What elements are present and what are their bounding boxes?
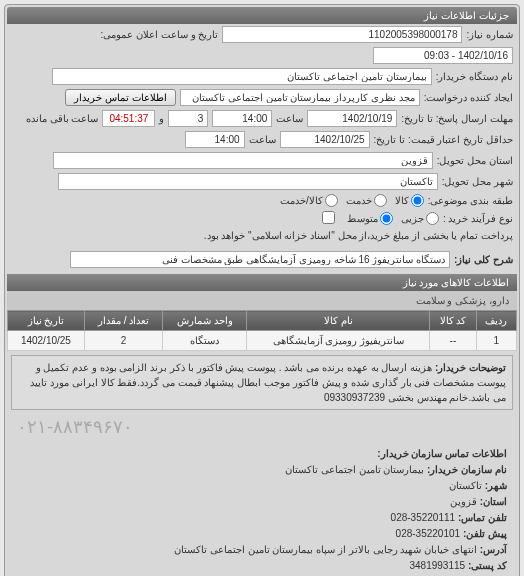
countdown-timer: 04:51:37 (102, 110, 155, 127)
row-category: طبقه بندی موضوعی: کالا خدمت کالا/خدمت (7, 192, 517, 209)
deadline-date-field[interactable] (307, 110, 397, 127)
row-validity: حداقل تاریخ اعتبار قیمت: تا تاریخ: ساعت (7, 129, 517, 150)
validity-date-field[interactable] (280, 131, 370, 148)
days-remaining-field (168, 110, 208, 127)
org-label: نام سازمان خریدار: (427, 464, 507, 475)
th-unit: واحد شمارش (163, 311, 247, 331)
contact-buyer-button[interactable]: اطلاعات تماس خریدار (65, 89, 176, 106)
row-process: نوع فرآیند خرید : جزیی متوسط پرداخت تمام… (7, 209, 517, 243)
contact-end-value: انتهای خیابان شهید رجایی بالاتر از سپاه … (174, 544, 477, 555)
radio-medium-input[interactable] (380, 212, 393, 225)
cell-row: 1 (476, 331, 516, 351)
category-label: طبقه بندی موضوعی: (428, 195, 513, 206)
contact-end-label: آدرس: (480, 544, 507, 555)
process-radio-group: جزیی متوسط (347, 212, 439, 225)
creator-label: ایجاد کننده درخواست: (424, 92, 513, 103)
row-creator: ایجاد کننده درخواست: اطلاعات تماس خریدار (7, 87, 517, 108)
table-header-row: ردیف کد کالا نام کالا واحد شمارش تعداد /… (8, 311, 517, 331)
buyer-field[interactable] (52, 68, 432, 85)
contact-province-value: قزوین (450, 496, 477, 507)
contact-postal-label: کد پستی: (468, 560, 507, 571)
contact-postal-value: 3481993115 (409, 560, 465, 571)
th-row: ردیف (476, 311, 516, 331)
creator-field[interactable] (180, 89, 420, 106)
process-note: پرداخت تمام یا بخشی از مبلغ خرید،از محل … (204, 230, 513, 241)
datetime-label: تاریخ و ساعت اعلان عمومی: (101, 29, 219, 40)
contact-city-label: شهر: (485, 480, 507, 491)
city-field[interactable] (58, 173, 438, 190)
radio-medium-label: متوسط (347, 213, 378, 224)
city-label: شهر محل تحویل: (442, 176, 513, 187)
radio-medium[interactable]: متوسط (347, 212, 393, 225)
th-name: نام کالا (247, 311, 430, 331)
contact-title: اطلاعات تماس سازمان خریدار: (17, 446, 507, 462)
radio-service-label: خدمت (346, 195, 372, 206)
deadline-label: مهلت ارسال پاسخ: تا تاریخ: (401, 113, 513, 124)
req-no-label: شماره نیاز: (466, 29, 513, 40)
table-row[interactable]: 1 -- سانتریفیوژ رومیزی آزمایشگاهی دستگاه… (8, 331, 517, 351)
row-req-no: شماره نیاز: تاریخ و ساعت اعلان عمومی: (7, 24, 517, 66)
time-label-1: ساعت (276, 113, 303, 124)
desc-field[interactable] (70, 251, 450, 268)
deadline-time-field[interactable] (212, 110, 272, 127)
timer-suffix: ساعت باقی مانده (26, 113, 99, 124)
row-province: استان محل تحویل: (7, 150, 517, 171)
cell-unit: دستگاه (163, 331, 247, 351)
buyer-label: نام دستگاه خریدار: (436, 71, 513, 82)
validity-time-field[interactable] (185, 131, 245, 148)
panel-title: جزئیات اطلاعات نیاز (7, 7, 517, 24)
desc-label: شرح کلی نیاز: (454, 254, 513, 265)
th-qty: تعداد / مقدار (84, 311, 162, 331)
category-radio-group: کالا خدمت کالا/خدمت (280, 194, 424, 207)
radio-small-input[interactable] (426, 212, 439, 225)
radio-both-input[interactable] (325, 194, 338, 207)
org-value: بیمارستان تامین اجتماعی تاکستان (285, 464, 424, 475)
contact-province-label: استان: (480, 496, 507, 507)
treasury-checkbox[interactable] (322, 211, 335, 224)
contact-fax-value: 35220101-028 (396, 528, 461, 539)
radio-goods-input[interactable] (411, 194, 424, 207)
time-label-2: ساعت (249, 134, 276, 145)
remaining-and: و (159, 113, 164, 124)
province-field[interactable] (53, 152, 433, 169)
radio-goods[interactable]: کالا (395, 194, 424, 207)
row-city: شهر محل تحویل: (7, 171, 517, 192)
row-deadline: مهلت ارسال پاسخ: تا تاریخ: ساعت و 04:51:… (7, 108, 517, 129)
buyer-note-box: توضیحات خریدار: هزینه ارسال به عهده برند… (11, 355, 513, 410)
contact-fax-label: پیش تلفن: (463, 528, 507, 539)
cell-date: 1402/10/25 (8, 331, 85, 351)
radio-goods-label: کالا (395, 195, 409, 206)
items-section-title: اطلاعات کالاهای مورد نیاز (7, 274, 517, 291)
details-panel: جزئیات اطلاعات نیاز شماره نیاز: تاریخ و … (4, 4, 520, 576)
radio-small[interactable]: جزیی (401, 212, 439, 225)
th-code: کد کالا (430, 311, 477, 331)
contact-phone-value: 35220111-028 (391, 512, 456, 523)
radio-small-label: جزیی (401, 213, 424, 224)
note-label: توضیحات خریدار: (435, 362, 506, 373)
req-no-field[interactable] (222, 26, 462, 43)
cell-code: -- (430, 331, 477, 351)
process-label: نوع فرآیند خرید : (443, 213, 513, 224)
radio-service-input[interactable] (374, 194, 387, 207)
datetime-field[interactable] (373, 47, 513, 64)
cell-name: سانتریفیوژ رومیزی آزمایشگاهی (247, 331, 430, 351)
radio-both[interactable]: کالا/خدمت (280, 194, 338, 207)
contact-section: اطلاعات تماس سازمان خریدار: نام سازمان خ… (7, 440, 517, 576)
items-table: ردیف کد کالا نام کالا واحد شمارش تعداد /… (7, 310, 517, 351)
validity-label: حداقل تاریخ اعتبار قیمت: تا تاریخ: (374, 134, 513, 145)
th-date: تاریخ نیاز (8, 311, 85, 331)
radio-service[interactable]: خدمت (346, 194, 387, 207)
contact-phone-label: تلفن تماس: (458, 512, 507, 523)
contact-city-value: تاکستان (449, 480, 482, 491)
row-buyer: نام دستگاه خریدار: (7, 66, 517, 87)
radio-both-label: کالا/خدمت (280, 195, 323, 206)
row-desc: شرح کلی نیاز: (7, 249, 517, 270)
phone-large: ۰۲۱-۸۸۳۴۹۶۷۰ (7, 414, 517, 440)
category-bar: دارو، پزشکی و سلامت (7, 291, 517, 310)
province-label: استان محل تحویل: (437, 155, 513, 166)
cell-qty: 2 (84, 331, 162, 351)
